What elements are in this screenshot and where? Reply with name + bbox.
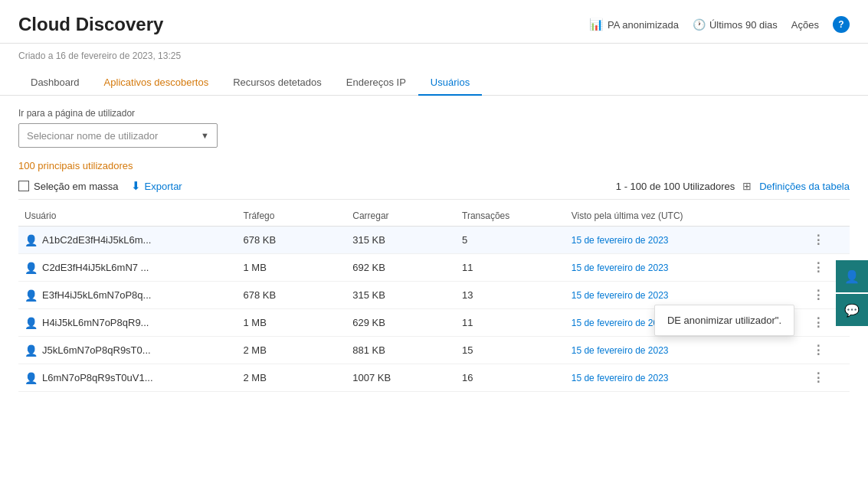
header-actions: 📊 PA anonimizada 🕐 Últimos 90 dias Ações… — [589, 16, 850, 33]
cell-upload: 315 KB — [346, 227, 456, 254]
chat-icon: 💬 — [844, 303, 860, 318]
cell-transactions: 13 — [456, 282, 565, 309]
col-header-trafego: Tráfego — [237, 206, 347, 227]
table-settings-button[interactable]: Definições da tabela — [759, 181, 850, 192]
cell-user-name: 👤 J5kL6mN7oP8qR9sT0... — [18, 337, 237, 364]
clock-icon: 🕐 — [693, 18, 706, 31]
cell-upload: 629 KB — [346, 309, 456, 337]
cell-transactions: 16 — [456, 364, 565, 392]
help-button[interactable]: ? — [833, 16, 850, 33]
tab-users[interactable]: Usuários — [418, 70, 482, 96]
cell-traffic: 678 KB — [237, 282, 347, 309]
cell-traffic: 2 MB — [237, 364, 347, 392]
cell-transactions: 5 — [456, 227, 565, 254]
user-row-icon: 👤 — [25, 344, 38, 357]
user-icon: 👤 — [844, 269, 860, 284]
export-button[interactable]: ⬇ Exportar — [131, 179, 182, 193]
deanonymize-menu-item[interactable]: DE anonimizar utilizador". — [655, 308, 794, 332]
table-toolbar: Seleção em massa ⬇ Exportar 1 - 100 de 1… — [18, 179, 850, 200]
user-row-icon: 👤 — [25, 372, 38, 384]
pagination-text: 1 - 100 de 100 Utilizadores — [616, 181, 735, 192]
right-sidebar: 👤 💬 — [836, 260, 868, 326]
table-row: 👤 J5kL6mN7oP8qR9sT0... 2 MB 881 KB 15 15… — [18, 337, 850, 364]
cell-transactions: 15 — [456, 337, 565, 364]
row-action-menu-button[interactable]: ⋮ — [812, 233, 825, 246]
col-header-visto: Visto pela última vez (UTC) — [565, 206, 806, 227]
user-row-icon: 👤 — [25, 289, 38, 302]
users-count-label: 100 principais utilizadores — [18, 160, 850, 171]
user-name-text: L6mN7oP8qR9sT0uV1... — [42, 372, 153, 383]
acoes-button[interactable]: Ações — [791, 19, 819, 31]
page-title: Cloud Discovery — [18, 14, 163, 35]
tab-ip[interactable]: Endereços IP — [334, 70, 418, 96]
cell-user-name: 👤 E3fH4iJ5kL6mN7oP8q... — [18, 282, 237, 309]
cell-user-name: 👤 L6mN7oP8qR9sT0uV1... — [18, 364, 237, 392]
cell-user-name: 👤 A1bC2dE3fH4iJ5kL6m... — [18, 227, 237, 254]
cell-last-seen: 15 de fevereiro de 2023 — [565, 337, 806, 364]
user-name-text: H4iJ5kL6mN7oP8qR9... — [42, 317, 149, 328]
context-menu: DE anonimizar utilizador". — [654, 305, 794, 336]
user-select-placeholder: Selecionar nome de utilizador — [27, 130, 158, 142]
cell-transactions: 11 — [456, 309, 565, 337]
tab-resources[interactable]: Recursos detetados — [221, 70, 334, 96]
cell-action: ⋮ — [806, 364, 850, 392]
tab-dashboard[interactable]: Dashboard — [18, 70, 92, 96]
sub-header: Criado a 16 de fevereiro de 2023, 13:25 — [0, 44, 868, 61]
user-name-text: C2dE3fH4iJ5kL6mN7 ... — [42, 262, 149, 273]
cell-last-seen: 15 de fevereiro de 2023 — [565, 254, 806, 282]
period-button[interactable]: 🕐 Últimos 90 dias — [693, 18, 778, 31]
created-text: Criado a 16 de fevereiro de 2023, 13:25 — [18, 51, 181, 61]
cell-last-seen: 15 de fevereiro de 2023 — [565, 364, 806, 392]
cell-action: ⋮ — [806, 227, 850, 254]
user-name-text: A1bC2dE3fH4iJ5kL6m... — [42, 234, 151, 246]
user-name-text: E3fH4iJ5kL6mN7oP8q... — [42, 289, 151, 301]
mass-select-label: Seleção em massa — [34, 181, 119, 192]
table-row: 👤 L6mN7oP8qR9sT0uV1... 2 MB 1007 KB 16 1… — [18, 364, 850, 392]
row-action-menu-button[interactable]: ⋮ — [812, 371, 825, 384]
col-header-carregar: Carregar — [346, 206, 456, 227]
table-row: 👤 C2dE3fH4iJ5kL6mN7 ... 1 MB 692 KB 11 1… — [18, 254, 850, 282]
tab-apps[interactable]: Aplicativos descobertos — [92, 70, 221, 96]
chevron-down-icon: ▼ — [201, 131, 209, 140]
download-icon: ⬇ — [131, 179, 141, 193]
cell-traffic: 1 MB — [237, 254, 347, 282]
cell-upload: 692 KB — [346, 254, 456, 282]
page-header: Cloud Discovery 📊 PA anonimizada 🕐 Últim… — [0, 0, 868, 44]
cell-last-seen: 15 de fevereiro de 2023 — [565, 227, 806, 254]
user-select[interactable]: Selecionar nome de utilizador ▼ — [18, 123, 218, 148]
table-settings-icon: ⊞ — [742, 180, 752, 192]
chart-icon: 📊 — [589, 18, 604, 31]
tabs-bar: Dashboard Aplicativos descobertos Recurs… — [0, 61, 868, 96]
user-row-icon: 👤 — [25, 262, 38, 274]
col-header-usuario: Usuário — [18, 206, 237, 227]
cell-action: ⋮ — [806, 337, 850, 364]
user-select-wrapper: Selecionar nome de utilizador ▼ — [18, 123, 850, 148]
user-name-text: J5kL6mN7oP8qR9sT0... — [42, 344, 151, 356]
toolbar-right: 1 - 100 de 100 Utilizadores ⊞ Definições… — [616, 180, 850, 192]
cell-traffic: 678 KB — [237, 227, 347, 254]
cell-upload: 881 KB — [346, 337, 456, 364]
main-content: Ir para a página de utilizador Seleciona… — [0, 96, 868, 404]
user-row-icon: 👤 — [25, 317, 38, 329]
cell-transactions: 11 — [456, 254, 565, 282]
pa-anonimizada-button[interactable]: 📊 PA anonimizada — [589, 18, 679, 31]
cell-user-name: 👤 H4iJ5kL6mN7oP8qR9... — [18, 309, 237, 337]
sidebar-chat-button[interactable]: 💬 — [836, 294, 868, 326]
cell-traffic: 2 MB — [237, 337, 347, 364]
mass-select-checkbox[interactable] — [18, 181, 29, 191]
row-action-menu-button[interactable]: ⋮ — [812, 261, 825, 274]
row-action-menu-button[interactable]: ⋮ — [812, 316, 825, 329]
row-action-menu-button[interactable]: ⋮ — [812, 289, 825, 302]
toolbar-left: Seleção em massa ⬇ Exportar — [18, 179, 182, 193]
col-header-transacoes: Transações — [456, 206, 565, 227]
row-action-menu-button[interactable]: ⋮ — [812, 344, 825, 357]
cell-upload: 1007 KB — [346, 364, 456, 392]
sidebar-user-button[interactable]: 👤 — [836, 260, 868, 292]
users-table: Usuário Tráfego Carregar Transações Vist… — [18, 206, 850, 392]
user-row-icon: 👤 — [25, 234, 38, 246]
cell-upload: 315 KB — [346, 282, 456, 309]
user-goto-label: Ir para a página de utilizador — [18, 108, 850, 119]
table-row: 👤 A1bC2dE3fH4iJ5kL6m... 678 KB 315 KB 5 … — [18, 227, 850, 254]
mass-select[interactable]: Seleção em massa — [18, 181, 119, 192]
cell-user-name: 👤 C2dE3fH4iJ5kL6mN7 ... — [18, 254, 237, 282]
